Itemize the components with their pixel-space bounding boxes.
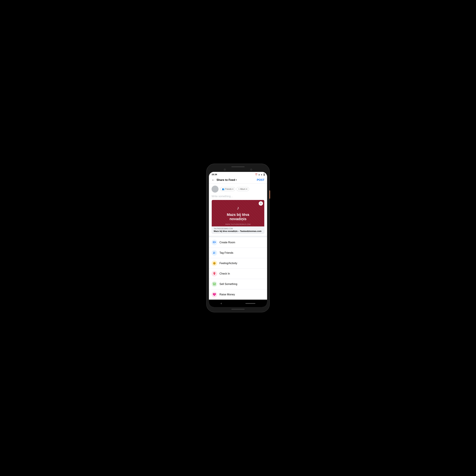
compose-area: 👥 Friends ▾ + Album ▾ Write something...… [209,184,267,236]
raise-money-label: Raise Money [220,293,235,296]
info-button[interactable]: ℹ [259,201,263,206]
link-preview-image: ♪ Mazs bij tēva novadiņis WWW.TAUTASDZIE… [212,200,264,226]
music-note-icon: ♪ [237,205,239,211]
check-in-icon [212,271,217,276]
friends-dropdown-icon: ▾ [232,188,233,190]
post-button[interactable]: POST [257,178,264,182]
status-icons: ⏰ ▲ ▲ ▐ [255,173,264,175]
back-button[interactable]: ← [212,178,215,182]
svg-point-9 [214,273,215,273]
avatar [212,186,219,193]
nav-home-pill[interactable] [245,303,255,304]
action-sell-something[interactable]: Sell Something [209,279,267,289]
svg-point-6 [213,262,216,265]
action-feeling[interactable]: Feeling/Activity [209,258,267,269]
create-room-label: Create Room [220,241,235,244]
bottom-nav: ‹ [209,300,267,307]
svg-rect-10 [213,283,216,284]
svg-point-4 [214,252,215,253]
camera-sensor [250,169,252,170]
link-url-watermark: WWW.TAUTASDZIESMAS.COM [225,223,251,225]
svg-point-7 [214,263,214,263]
header-left: ← Share to Feed ▾ [212,178,237,182]
action-tag-friends[interactable]: Tag Friends [209,248,267,258]
tag-friends-label: Tag Friends [220,251,233,254]
link-preview-title: Mazs bij tēva novadiņis [223,213,253,221]
side-button [269,190,270,199]
signal-icon: ▲ [261,173,262,175]
status-time: 16:34 [212,173,217,176]
link-description: Mazs bij tēva novadiņis – Tautasdziesmas… [214,230,262,232]
nav-back-button[interactable]: ‹ [221,302,222,305]
action-create-room[interactable]: Create Room [209,237,267,248]
phone-bottom-bar [209,309,267,310]
svg-point-8 [215,263,215,263]
sell-icon [212,281,217,287]
raise-money-icon: $ [212,292,217,297]
create-room-icon [212,240,217,245]
compose-top: 👥 Friends ▾ + Album ▾ [212,186,264,193]
link-preview-card: ♪ Mazs bij tēva novadiņis WWW.TAUTASDZIE… [212,200,264,234]
svg-point-5 [215,252,215,253]
battery-icon: ▐ [263,173,264,175]
camera-area [209,169,267,170]
alarm-icon: ⏰ [255,173,257,175]
friends-label: Friends [225,188,232,190]
status-bar: 16:34 ⏰ ▲ ▲ ▐ [209,172,267,176]
header-title-text: Share to Feed [217,178,235,182]
friends-selector[interactable]: 👥 Friends ▾ [220,187,235,191]
camera-dot [224,169,226,170]
album-label: + Album [238,188,246,190]
wifi-icon: ▲ [258,173,260,175]
dropdown-arrow-icon[interactable]: ▾ [236,179,237,181]
feeling-icon [212,260,217,266]
friends-icon: 👥 [222,188,224,190]
header-title: Share to Feed ▾ [217,178,237,182]
compose-controls: 👥 Friends ▾ + Album ▾ [220,187,249,191]
phone-top-bar [209,166,267,167]
link-preview-meta: TAUTASDZIESMAS.COM Mazs bij tēva novadiņ… [212,226,264,234]
action-list: Create Room Tag Friends [209,237,267,300]
feeling-label: Feeling/Activity [220,262,237,265]
album-dropdown-icon: ▾ [246,188,247,190]
sell-something-label: Sell Something [220,283,237,286]
action-check-in[interactable]: Check In [209,269,267,279]
speaker-grille [231,166,245,167]
album-selector[interactable]: + Album ▾ [237,187,249,191]
tag-friends-icon [212,250,217,256]
link-domain: TAUTASDZIESMAS.COM [214,228,262,230]
check-in-label: Check In [220,272,230,275]
action-raise-money[interactable]: $ Raise Money [209,289,267,300]
compose-placeholder[interactable]: Write something... [212,194,264,199]
bottom-speaker-grille [231,309,245,310]
phone-screen: 16:34 ⏰ ▲ ▲ ▐ ← Share to Feed ▾ POST [209,172,267,307]
app-header: ← Share to Feed ▾ POST [209,176,267,184]
svg-text:$: $ [214,294,215,295]
